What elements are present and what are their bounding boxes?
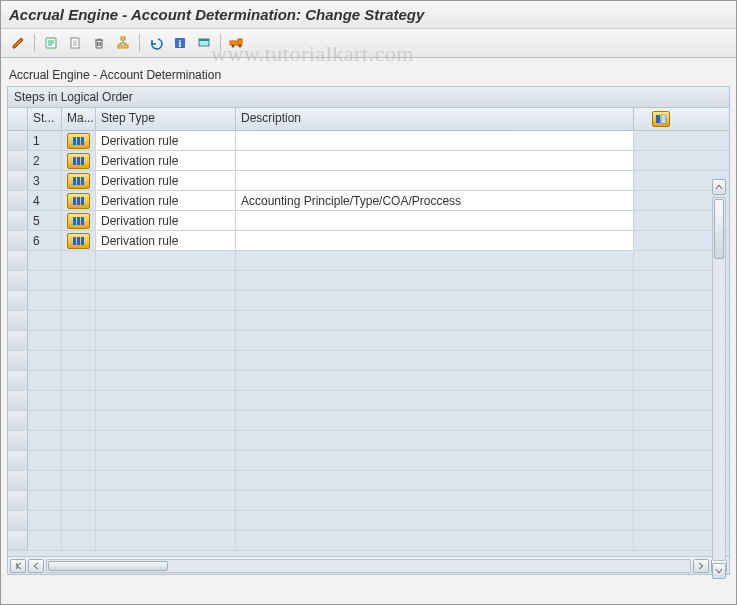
svg-rect-35 (73, 217, 76, 225)
scroll-track[interactable] (46, 559, 691, 573)
cell-maintain (62, 191, 96, 210)
cell-empty (236, 331, 634, 350)
info-icon[interactable]: i (169, 32, 191, 54)
scroll-up-icon[interactable] (712, 179, 726, 195)
maintain-button-icon[interactable] (67, 133, 90, 149)
row-selector[interactable] (8, 491, 28, 510)
cell-empty (236, 431, 634, 450)
svg-rect-20 (77, 137, 80, 145)
transport-icon[interactable] (226, 32, 248, 54)
cell-empty (62, 411, 96, 430)
scroll-left-icon[interactable] (28, 559, 44, 573)
row-selector[interactable] (8, 351, 28, 370)
row-selector[interactable] (8, 411, 28, 430)
cell-empty (28, 431, 62, 450)
row-selector[interactable] (8, 331, 28, 350)
cell-empty (634, 331, 688, 350)
cell-empty (96, 411, 236, 430)
table-row-empty (8, 471, 729, 491)
vscroll-thumb[interactable] (714, 199, 724, 259)
row-selector[interactable] (8, 171, 28, 190)
cell-description[interactable] (236, 131, 634, 150)
undo-icon[interactable] (145, 32, 167, 54)
cell-empty (28, 351, 62, 370)
cell-step-type[interactable]: Derivation rule (96, 231, 236, 250)
scroll-down-icon[interactable] (712, 563, 726, 579)
svg-rect-24 (77, 157, 80, 165)
cell-step: 1 (28, 131, 62, 150)
scroll-thumb[interactable] (48, 561, 168, 571)
table-row-empty (8, 291, 729, 311)
table-row: 1Derivation rule (8, 131, 729, 151)
edit-icon[interactable] (7, 32, 29, 54)
row-selector[interactable] (8, 451, 28, 470)
cell-maintain (62, 231, 96, 250)
row-selector[interactable] (8, 391, 28, 410)
row-selector[interactable] (8, 511, 28, 530)
cell-empty (96, 431, 236, 450)
cell-description[interactable] (236, 211, 634, 230)
cell-description[interactable] (236, 231, 634, 250)
maintain-button-icon[interactable] (67, 193, 90, 209)
cell-empty (634, 471, 688, 490)
cell-step-type[interactable]: Derivation rule (96, 151, 236, 170)
cell-empty (28, 371, 62, 390)
table-row-empty (8, 491, 729, 511)
maintain-button-icon[interactable] (67, 153, 90, 169)
cell-description[interactable] (236, 151, 634, 170)
cell-step-type[interactable]: Derivation rule (96, 211, 236, 230)
cell-empty (28, 531, 62, 550)
row-selector[interactable] (8, 131, 28, 150)
row-selector[interactable] (8, 371, 28, 390)
column-step-type[interactable]: Step Type (96, 108, 236, 130)
row-selector[interactable] (8, 531, 28, 550)
delete-icon[interactable] (88, 32, 110, 54)
grid-settings-icon[interactable] (652, 111, 670, 127)
row-selector[interactable] (8, 191, 28, 210)
row-selector[interactable] (8, 211, 28, 230)
cell-empty (634, 491, 688, 510)
table-row-empty (8, 331, 729, 351)
horizontal-scrollbar (8, 556, 729, 574)
cell-description[interactable] (236, 171, 634, 190)
maintain-button-icon[interactable] (67, 173, 90, 189)
table-row-empty (8, 531, 729, 551)
cell-empty (62, 451, 96, 470)
create-icon[interactable] (64, 32, 86, 54)
cell-empty (28, 271, 62, 290)
row-selector[interactable] (8, 271, 28, 290)
column-selector[interactable] (8, 108, 28, 130)
vscroll-track[interactable] (712, 197, 726, 561)
cell-maintain (62, 131, 96, 150)
maintain-button-icon[interactable] (67, 213, 90, 229)
row-selector[interactable] (8, 291, 28, 310)
display-icon[interactable] (40, 32, 62, 54)
cell-step-type[interactable]: Derivation rule (96, 171, 236, 190)
row-selector[interactable] (8, 251, 28, 270)
scroll-right-icon[interactable] (693, 559, 709, 573)
table-row-empty (8, 251, 729, 271)
scroll-first-icon[interactable] (10, 559, 26, 573)
svg-text:i: i (179, 38, 182, 49)
row-selector[interactable] (8, 231, 28, 250)
row-selector[interactable] (8, 311, 28, 330)
where-used-icon[interactable] (112, 32, 134, 54)
cell-step-type[interactable]: Derivation rule (96, 191, 236, 210)
column-step[interactable]: St... (28, 108, 62, 130)
cell-empty (28, 471, 62, 490)
cell-empty (96, 511, 236, 530)
cell-empty (96, 451, 236, 470)
svg-rect-19 (73, 137, 76, 145)
view-icon[interactable] (193, 32, 215, 54)
cell-empty (62, 251, 96, 270)
cell-description[interactable]: Accounting Principle/Type/COA/Proccess (236, 191, 634, 210)
grid-tools (634, 108, 688, 130)
row-selector[interactable] (8, 431, 28, 450)
column-maintain[interactable]: Ma... (62, 108, 96, 130)
row-selector[interactable] (8, 151, 28, 170)
maintain-button-icon[interactable] (67, 233, 90, 249)
column-description[interactable]: Description (236, 108, 634, 130)
cell-empty (96, 371, 236, 390)
cell-step-type[interactable]: Derivation rule (96, 131, 236, 150)
row-selector[interactable] (8, 471, 28, 490)
